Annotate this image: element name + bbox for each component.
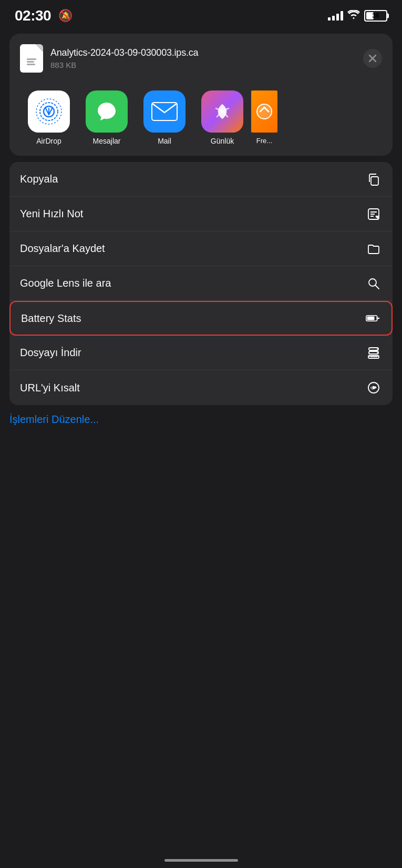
- mail-label: Mail: [158, 137, 171, 145]
- share-sheet: Analytics-2024-03-09-030003.ips.ca 883 K…: [9, 34, 393, 156]
- action-url-kisalt[interactable]: URL'yi Kısalt: [9, 370, 393, 405]
- action-dosyayi-indir[interactable]: Dosyayı İndir: [9, 336, 393, 370]
- file-header: Analytics-2024-03-09-030003.ips.ca 883 K…: [9, 34, 393, 82]
- close-button[interactable]: [363, 49, 382, 68]
- action-google-lens[interactable]: Google Lens ile ara: [9, 266, 393, 301]
- file-info: Analytics-2024-03-09-030003.ips.ca 883 K…: [20, 44, 198, 73]
- svg-rect-17: [367, 317, 375, 320]
- action-label-google-lens: Google Lens ile ara: [20, 277, 111, 289]
- battery-stats-icon: [364, 310, 381, 327]
- fre-icon: [251, 90, 277, 133]
- gunluk-icon: [201, 90, 243, 133]
- svg-point-28: [377, 352, 378, 353]
- svg-rect-2: [27, 64, 35, 65]
- action-yeni-hizli-not[interactable]: Yeni Hızlı Not: [9, 197, 393, 231]
- action-label-hizli-not: Yeni Hızlı Not: [20, 208, 83, 220]
- svg-point-27: [377, 348, 378, 349]
- messages-icon: [86, 90, 128, 133]
- signal-bars-icon: [328, 11, 343, 21]
- file-size: 883 KB: [50, 60, 198, 69]
- action-label-battery-stats: Battery Stats: [21, 312, 81, 325]
- airdrop-icon: [28, 90, 70, 133]
- mail-icon: [143, 90, 185, 133]
- svg-rect-20: [368, 356, 379, 357]
- app-item-mesajlar[interactable]: Mesajlar: [78, 90, 136, 145]
- compass-icon: [365, 379, 382, 396]
- copy-icon: [365, 171, 382, 188]
- edit-actions[interactable]: İşlemleri Düzenle...: [9, 413, 393, 426]
- status-time: 02:30: [15, 7, 51, 24]
- svg-line-15: [376, 285, 379, 289]
- svg-point-10: [257, 104, 272, 119]
- file-name: Analytics-2024-03-09-030003.ips.ca: [50, 47, 198, 58]
- battery-icon: 36: [364, 10, 387, 22]
- svg-rect-1: [27, 61, 34, 63]
- home-indicator: [164, 859, 238, 862]
- status-icons: 36: [328, 10, 387, 22]
- svg-rect-19: [368, 356, 379, 358]
- wifi-icon: [347, 10, 360, 22]
- download-icon: [365, 345, 382, 361]
- action-list: Kopyala Yeni Hızlı Not Dosyalar'a Kaydet: [9, 162, 393, 405]
- svg-rect-0: [27, 58, 36, 60]
- action-label-indir: Dosyayı İndir: [20, 347, 81, 359]
- edit-actions-label[interactable]: İşlemleri Düzenle...: [9, 413, 99, 425]
- action-label-url-kisalt: URL'yi Kısalt: [20, 382, 80, 394]
- file-text-info: Analytics-2024-03-09-030003.ips.ca 883 K…: [50, 47, 198, 69]
- app-item-fre[interactable]: Fre...: [251, 90, 277, 145]
- action-battery-stats[interactable]: Battery Stats: [9, 301, 393, 336]
- app-item-gunluk[interactable]: Günlük: [193, 90, 251, 145]
- battery-level: 36: [372, 12, 379, 19]
- note-icon: [365, 206, 382, 223]
- bell-icon: 🔕: [58, 9, 73, 23]
- fre-label: Fre...: [256, 137, 272, 145]
- status-bar: 02:30 🔕 36: [0, 0, 402, 28]
- folder-icon: [365, 240, 382, 257]
- svg-rect-11: [371, 177, 378, 185]
- app-item-mail[interactable]: Mail: [136, 90, 193, 145]
- action-dosyalar-kaydet[interactable]: Dosyalar'a Kaydet: [9, 231, 393, 266]
- apps-row: AirDrop Mesajlar Mail: [9, 82, 393, 156]
- airdrop-label: AirDrop: [36, 137, 61, 145]
- action-kopyala[interactable]: Kopyala: [9, 162, 393, 197]
- search-icon: [365, 275, 382, 292]
- mesajlar-label: Mesajlar: [93, 137, 121, 145]
- file-icon: [20, 44, 43, 73]
- action-label-kopyala: Kopyala: [20, 173, 58, 185]
- app-item-airdrop[interactable]: AirDrop: [20, 90, 78, 145]
- gunluk-label: Günlük: [211, 137, 234, 145]
- action-label-dosyalar: Dosyalar'a Kaydet: [20, 243, 105, 255]
